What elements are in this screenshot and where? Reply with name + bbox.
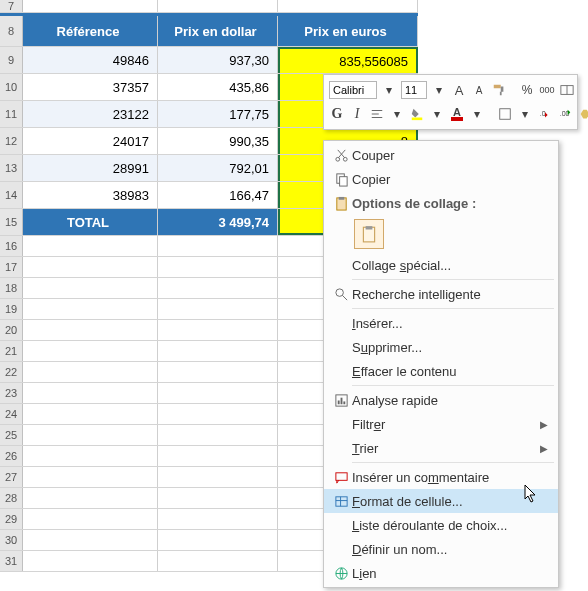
row-number[interactable]: 10 <box>0 74 23 100</box>
cell[interactable] <box>158 404 278 424</box>
row-number[interactable]: 30 <box>0 530 23 550</box>
row-number[interactable]: 24 <box>0 404 23 424</box>
font-color-icon[interactable]: A <box>449 105 465 123</box>
row-number[interactable]: 27 <box>0 467 23 487</box>
cell[interactable] <box>23 446 158 466</box>
paste-option-button[interactable] <box>354 219 384 249</box>
decrease-decimal-icon[interactable]: .0 <box>537 105 553 123</box>
cell-ref[interactable]: 23122 <box>23 101 158 127</box>
row-number[interactable]: 14 <box>0 182 23 208</box>
cell-ref[interactable]: 37357 <box>23 74 158 100</box>
header-euro[interactable]: Prix en euros <box>278 16 418 46</box>
menu-format-cells[interactable]: Format de cellule... <box>324 489 558 513</box>
row-number[interactable]: 31 <box>0 551 23 571</box>
menu-hyperlink[interactable]: Lien <box>324 561 558 585</box>
cell[interactable] <box>23 551 158 571</box>
cell-ref[interactable]: 49846 <box>23 47 158 73</box>
chevron-down-icon[interactable]: ▾ <box>389 105 405 123</box>
menu-sort[interactable]: Trier ▶ <box>324 436 558 460</box>
cell[interactable] <box>23 404 158 424</box>
menu-insert[interactable]: Insérer... <box>324 311 558 335</box>
font-name-input[interactable] <box>329 81 377 99</box>
row-number[interactable]: 26 <box>0 446 23 466</box>
cell[interactable] <box>158 0 278 12</box>
align-icon[interactable] <box>369 105 385 123</box>
cell[interactable] <box>158 509 278 529</box>
increase-decimal-icon[interactable]: .00 <box>557 105 573 123</box>
fill-color-icon[interactable] <box>409 105 425 123</box>
chevron-down-icon[interactable]: ▾ <box>429 105 445 123</box>
increase-font-icon[interactable]: A <box>451 81 467 99</box>
cell[interactable] <box>23 320 158 340</box>
row-number[interactable]: 19 <box>0 299 23 319</box>
cell[interactable] <box>23 341 158 361</box>
row-number[interactable]: 25 <box>0 425 23 445</box>
cell[interactable] <box>23 299 158 319</box>
cell[interactable] <box>158 383 278 403</box>
cell[interactable] <box>158 425 278 445</box>
menu-delete[interactable]: Supprimer... <box>324 335 558 359</box>
cell-ref[interactable]: 24017 <box>23 128 158 154</box>
row-number[interactable]: 29 <box>0 509 23 529</box>
cell[interactable] <box>158 257 278 277</box>
chevron-down-icon[interactable]: ▾ <box>517 105 533 123</box>
menu-insert-comment[interactable]: Insérer un commentaire <box>324 465 558 489</box>
cell-ref[interactable]: 28991 <box>23 155 158 181</box>
row-number[interactable]: 13 <box>0 155 23 181</box>
row-number[interactable]: 18 <box>0 278 23 298</box>
row-number[interactable]: 16 <box>0 236 23 256</box>
thousands-icon[interactable]: 000 <box>539 81 555 99</box>
cell[interactable] <box>23 257 158 277</box>
menu-copy[interactable]: Copier <box>324 167 558 191</box>
cell[interactable] <box>23 467 158 487</box>
cell[interactable] <box>23 0 158 12</box>
cell[interactable] <box>158 320 278 340</box>
row-number[interactable]: 20 <box>0 320 23 340</box>
row-number[interactable]: 12 <box>0 128 23 154</box>
cell[interactable] <box>23 425 158 445</box>
menu-smart-lookup[interactable]: Recherche intelligente <box>324 282 558 306</box>
chevron-down-icon[interactable]: ▾ <box>381 81 397 99</box>
bold-button[interactable]: G <box>329 105 345 123</box>
total-label[interactable]: TOTAL <box>23 209 158 235</box>
italic-button[interactable]: I <box>349 105 365 123</box>
cell-dollar[interactable]: 177,75 <box>158 101 278 127</box>
cell-euro[interactable]: 835,556085 <box>278 47 418 73</box>
cell[interactable] <box>23 530 158 550</box>
cell-dollar[interactable]: 435,86 <box>158 74 278 100</box>
cell[interactable] <box>158 551 278 571</box>
cell[interactable] <box>158 488 278 508</box>
row-number[interactable]: 17 <box>0 257 23 277</box>
menu-paste-special[interactable]: Collage spécial... <box>324 253 558 277</box>
cell-dollar[interactable]: 937,30 <box>158 47 278 73</box>
cell[interactable] <box>158 467 278 487</box>
cell[interactable] <box>158 236 278 256</box>
row-number[interactable]: 22 <box>0 362 23 382</box>
menu-quick-analysis[interactable]: Analyse rapide <box>324 388 558 412</box>
cell[interactable] <box>23 488 158 508</box>
row-number[interactable]: 23 <box>0 383 23 403</box>
cell-dollar[interactable]: 792,01 <box>158 155 278 181</box>
row-number[interactable]: 15 <box>0 209 23 235</box>
cell[interactable] <box>23 236 158 256</box>
cell[interactable] <box>158 299 278 319</box>
row-number[interactable]: 21 <box>0 341 23 361</box>
cell[interactable] <box>23 383 158 403</box>
chevron-down-icon[interactable]: ▾ <box>431 81 447 99</box>
borders-icon[interactable] <box>497 105 513 123</box>
row-number[interactable]: 11 <box>0 101 23 127</box>
decrease-font-icon[interactable]: A <box>471 81 487 99</box>
format-icon[interactable] <box>577 105 588 123</box>
merge-icon[interactable] <box>559 81 575 99</box>
font-size-input[interactable] <box>401 81 427 99</box>
cell[interactable] <box>23 278 158 298</box>
total-dollar[interactable]: 3 499,74 <box>158 209 278 235</box>
cell-dollar[interactable]: 990,35 <box>158 128 278 154</box>
cell-ref[interactable]: 38983 <box>23 182 158 208</box>
header-reference[interactable]: Référence <box>23 16 158 46</box>
header-dollar[interactable]: Prix en dollar <box>158 16 278 46</box>
menu-filter[interactable]: Filtrer ▶ <box>324 412 558 436</box>
cell[interactable] <box>158 278 278 298</box>
row-number[interactable]: 9 <box>0 47 23 73</box>
row-number[interactable]: 28 <box>0 488 23 508</box>
